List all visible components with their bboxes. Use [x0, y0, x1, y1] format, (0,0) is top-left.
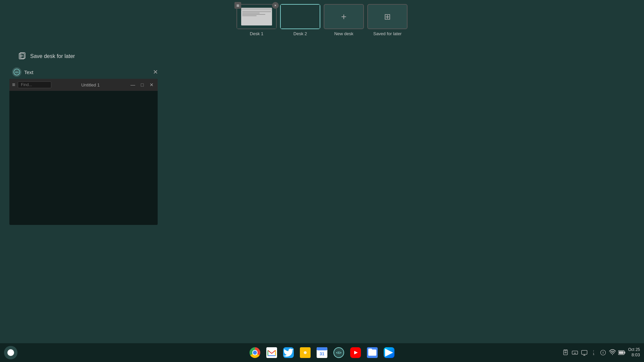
battery-icon[interactable] [618, 349, 626, 356]
newdesk-item[interactable]: + New desk [324, 4, 364, 36]
desk2-thumbnail[interactable] [280, 4, 320, 29]
plus-icon: + [341, 11, 346, 22]
svg-rect-10 [317, 347, 327, 350]
save-desk-icon [17, 52, 27, 61]
window-header: <t> Text ✕ [9, 65, 162, 79]
window-close-button[interactable]: ✕ [151, 68, 159, 76]
keyboard-icon[interactable] [571, 349, 579, 356]
app-youtube[interactable] [348, 345, 363, 360]
savedlater-label: Saved for later [373, 31, 402, 36]
desk2-preview [281, 5, 320, 28]
svg-text:<t>: <t> [15, 71, 19, 74]
clock[interactable]: Oct 25 8:03 [628, 347, 640, 358]
gmail-icon [266, 347, 277, 358]
minimize-button[interactable]: — [129, 81, 136, 88]
svg-rect-30 [624, 352, 625, 354]
svg-text:i: i [602, 351, 603, 354]
launcher-icon [7, 349, 14, 356]
clock-date: Oct 25 [628, 347, 640, 353]
newdesk-label: New desk [334, 31, 353, 36]
desk2-label: Desk 2 [293, 31, 307, 36]
taskbar-right: ↑ 1 i [562, 347, 640, 358]
desk1-item[interactable]: ⊞ × Desk 1 [236, 4, 277, 36]
window-container: <t> Text ✕ ≡ Untitled 1 — □ ✕ [9, 65, 162, 225]
desk1-close-btn[interactable]: × [272, 2, 279, 9]
window-header-left: <t> Text [12, 67, 34, 77]
desk1-line3 [242, 14, 265, 15]
app-icon: <t> [12, 67, 21, 77]
play-store-icon [384, 347, 394, 358]
desk1-thumb-body [241, 10, 272, 25]
desk1-line4 [242, 15, 257, 16]
desk1-thumbnail[interactable]: ⊞ × [236, 4, 277, 29]
taskbar-apps: 31 <t> [247, 345, 397, 360]
text-editor-window[interactable]: ≡ Untitled 1 — □ ✕ [9, 79, 158, 225]
desk1-preview-window [241, 8, 272, 25]
desk1-thumb-titlebar [241, 8, 272, 10]
savedlater-thumbnail[interactable]: ⊞ [367, 4, 408, 29]
network-indicator[interactable]: ↑ 1 [590, 350, 597, 356]
close-button[interactable]: ✕ [148, 81, 155, 88]
keep-icon [300, 347, 311, 358]
svg-point-27 [612, 354, 613, 355]
display-icon[interactable] [581, 349, 588, 356]
window-app-name: Text [24, 69, 34, 75]
clock-time: 8:03 [632, 352, 640, 358]
app-play-store[interactable] [381, 345, 397, 360]
text-editor-titlebar: ≡ Untitled 1 — □ ✕ [9, 79, 158, 91]
youtube-icon [350, 347, 361, 358]
svg-rect-22 [581, 350, 587, 354]
document-title: Untitled 1 [54, 82, 127, 87]
text-editor-body[interactable] [9, 91, 158, 225]
save-desk-button[interactable]: Save desk for later [13, 50, 79, 63]
calendar-icon: 31 [317, 347, 327, 358]
network-count: 1 [593, 353, 594, 356]
grid-icon: ⊞ [384, 12, 391, 21]
svg-rect-29 [619, 351, 624, 354]
app-calendar[interactable]: 31 [314, 345, 330, 360]
app-keep[interactable] [298, 345, 313, 360]
savedlater-item[interactable]: ⊞ Saved for later [367, 4, 408, 36]
twitter-icon [283, 347, 294, 358]
desk1-grid-icon[interactable]: ⊞ [234, 2, 241, 9]
save-desk-label: Save desk for later [30, 53, 75, 59]
svg-rect-16 [572, 351, 578, 354]
files-icon [367, 347, 378, 358]
svg-text:31: 31 [320, 352, 324, 356]
app-files[interactable] [365, 345, 380, 360]
clipboard-icon[interactable] [562, 349, 569, 356]
app-chrome[interactable] [247, 345, 263, 360]
taskbar: 31 <t> [0, 343, 644, 362]
menu-icon[interactable]: ≡ [12, 82, 15, 88]
find-input[interactable] [18, 81, 51, 88]
launcher-button[interactable] [4, 346, 17, 359]
wifi-icon[interactable] [609, 349, 616, 356]
titlebar-controls: — □ ✕ [129, 81, 155, 88]
status-info-icon[interactable]: i [599, 349, 607, 356]
system-tray: ↑ 1 i [562, 349, 626, 356]
desk1-line1 [242, 11, 271, 12]
desk1-line2 [242, 13, 260, 13]
desk-switcher: ⊞ × Desk 1 Desk 2 [236, 4, 408, 36]
app-twitter[interactable] [281, 345, 296, 360]
app-gmail[interactable] [264, 345, 279, 360]
newdesk-thumbnail[interactable]: + [324, 4, 364, 29]
text-app-icon: <t> [333, 347, 344, 358]
app-text[interactable]: <t> [331, 345, 346, 360]
svg-point-8 [304, 351, 307, 354]
desk1-preview [237, 5, 276, 28]
taskbar-left [4, 346, 17, 359]
desk2-item[interactable]: Desk 2 [280, 4, 320, 36]
chrome-icon [250, 347, 260, 358]
desk1-label: Desk 1 [250, 31, 263, 36]
maximize-button[interactable]: □ [139, 81, 146, 88]
